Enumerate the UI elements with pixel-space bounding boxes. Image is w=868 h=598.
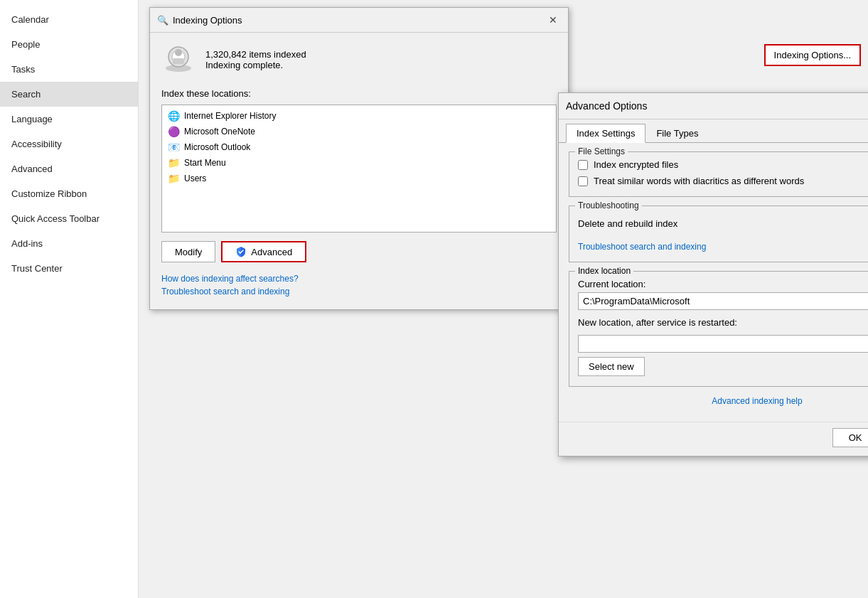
list-item: 📁Start Menu: [162, 155, 556, 171]
index-location-section: Index location Current location: New loc…: [569, 271, 868, 387]
list-item: 🌐Internet Explorer History: [162, 108, 556, 124]
sidebar-item-trust-center[interactable]: Trust Center: [0, 256, 138, 281]
advanced-tabs: Index SettingsFile Types: [559, 119, 868, 143]
sidebar-item-language[interactable]: Language: [0, 107, 138, 132]
sidebar-item-people[interactable]: People: [0, 32, 138, 57]
list-item: 📁Users: [162, 171, 556, 186]
svg-rect-4: [173, 58, 184, 64]
tab-file-types[interactable]: File Types: [645, 124, 709, 143]
new-location-label: New location, after service is restarted…: [578, 317, 737, 328]
troubleshoot-row: Delete and rebuild index Rebuild: [578, 213, 868, 234]
advanced-dialog-title: Advanced Options: [566, 100, 647, 112]
index-location-section-label: Index location: [575, 266, 633, 276]
location-icon: 🟣: [168, 126, 180, 137]
sidebar: CalendarPeopleTasksSearchLanguageAccessi…: [0, 0, 139, 598]
troubleshoot-search-link[interactable]: Troubleshoot search and indexing: [578, 242, 706, 252]
location-name: Users: [184, 173, 206, 183]
indexing-options-button[interactable]: Indexing Options...: [764, 44, 861, 66]
location-icon: 📧: [168, 142, 180, 153]
indexing-dialog-footer: Modify Advanced: [161, 241, 557, 265]
new-location-input[interactable]: [578, 335, 868, 353]
sidebar-item-accessibility[interactable]: Accessibility: [0, 132, 138, 156]
indexing-dialog-titlebar: 🔍 Indexing Options ✕: [150, 8, 568, 33]
location-name: Start Menu: [184, 158, 226, 168]
modify-button[interactable]: Modify: [161, 241, 215, 262]
sidebar-item-customize-ribbon[interactable]: Customize Ribbon: [0, 181, 138, 206]
current-location-label: Current location:: [578, 279, 868, 289]
index-encrypted-checkbox[interactable]: [578, 160, 588, 170]
diacritics-label: Treat similar words with diacritics as d…: [594, 176, 804, 186]
sidebar-item-calendar[interactable]: Calendar: [0, 7, 138, 32]
new-location-row: New location, after service is restarted…: [578, 317, 868, 376]
checkbox-row-encrypted: Index encrypted files: [578, 159, 868, 170]
items-indexed-row: 1,320,842 items indexed Indexing complet…: [161, 43, 557, 77]
location-icon: 📁: [168, 173, 180, 184]
advanced-button-label: Advanced: [251, 247, 292, 257]
location-icon: 🌐: [168, 110, 180, 122]
indexing-complete-text: Indexing complete.: [205, 60, 306, 70]
delete-rebuild-label: Delete and rebuild index: [578, 218, 677, 229]
location-name: Microsoft Outlook: [184, 142, 250, 152]
index-locations-label: Index these locations:: [161, 88, 557, 99]
diacritics-checkbox[interactable]: [578, 176, 588, 186]
dialog-links: How does indexing affect searches?Troubl…: [161, 274, 557, 297]
advanced-dialog-body: File Settings Index encrypted files Trea…: [559, 143, 868, 422]
file-settings-label: File Settings: [575, 146, 628, 156]
location-icon: 📁: [168, 157, 180, 169]
advanced-dialog-titlebar: Advanced Options ✕: [559, 93, 868, 119]
advanced-options-dialog: Advanced Options ✕ Index SettingsFile Ty…: [558, 92, 868, 456]
items-count: 1,320,842 items indexed: [205, 49, 306, 60]
current-location-input[interactable]: [578, 292, 868, 310]
indexing-dialog-title: Indexing Options: [173, 15, 242, 26]
sidebar-item-search[interactable]: Search: [0, 82, 138, 107]
indexing-dialog-close-button[interactable]: ✕: [545, 12, 561, 28]
sidebar-item-advanced[interactable]: Advanced: [0, 156, 138, 181]
advanced-footer-links: Advanced indexing help: [569, 395, 868, 406]
location-name: Internet Explorer History: [184, 111, 276, 121]
main-area: Indexing Options... 🔍 Indexing Options ✕: [139, 0, 868, 598]
indexing-dialog-body: 1,320,842 items indexed Indexing complet…: [150, 33, 568, 309]
sidebar-item-quick-access-toolbar[interactable]: Quick Access Toolbar: [0, 206, 138, 231]
indexing-options-dialog: 🔍 Indexing Options ✕ 1,320,842 items: [149, 7, 569, 310]
troubleshooting-section: Troubleshooting Delete and rebuild index…: [569, 205, 868, 262]
index-icon: [161, 43, 195, 77]
file-settings-section: File Settings Index encrypted files Trea…: [569, 151, 868, 197]
advanced-button[interactable]: Advanced: [221, 241, 306, 262]
sidebar-item-add-ins[interactable]: Add-ins: [0, 231, 138, 256]
advanced-indexing-help-link[interactable]: Advanced indexing help: [712, 396, 802, 406]
index-status: 1,320,842 items indexed Indexing complet…: [205, 49, 306, 70]
list-item: 🟣Microsoft OneNote: [162, 124, 556, 139]
dialog-link-troubleshoot-indexing[interactable]: Troubleshoot search and indexing: [161, 287, 557, 297]
sidebar-item-tasks[interactable]: Tasks: [0, 57, 138, 82]
checkbox-row-diacritics: Treat similar words with diacritics as d…: [578, 176, 868, 186]
advanced-dialog-buttons: OK Cancel: [559, 422, 868, 456]
shield-icon: [235, 246, 247, 257]
indexing-title-icon: 🔍: [157, 15, 168, 26]
svg-point-3: [175, 49, 182, 56]
location-name: Microsoft OneNote: [184, 127, 255, 137]
index-encrypted-label: Index encrypted files: [594, 159, 678, 170]
ok-button[interactable]: OK: [832, 428, 868, 447]
tab-index-settings[interactable]: Index Settings: [566, 124, 645, 143]
locations-list: 🌐Internet Explorer History🟣Microsoft One…: [161, 105, 557, 233]
list-item: 📧Microsoft Outlook: [162, 139, 556, 155]
dialog-link-indexing-affect[interactable]: How does indexing affect searches?: [161, 274, 557, 284]
select-new-button[interactable]: Select new: [578, 357, 645, 376]
troubleshooting-section-label: Troubleshooting: [575, 201, 642, 210]
indexing-dialog-title-left: 🔍 Indexing Options: [157, 15, 242, 26]
